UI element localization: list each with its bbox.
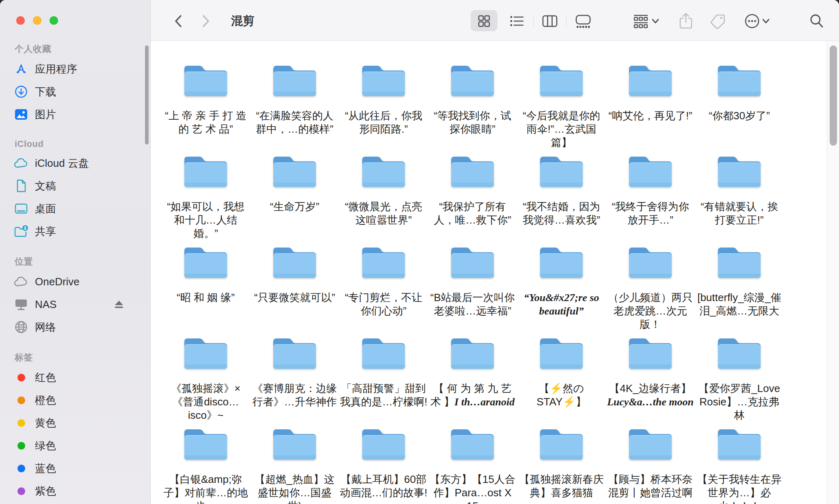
folder-item[interactable]: 【孤独摇滚新春庆典】喜多猫猫 [517,425,606,504]
folder-label: 【戴上耳机】60部动画混…们的故事! [340,473,428,500]
folder-item[interactable]: “B站最后一次叫你老婆啦…远幸福” [428,243,517,334]
sidebar-item[interactable]: iCloud 云盘 [11,152,146,174]
display-icon [14,297,28,312]
sidebar-item[interactable]: 蓝色 [11,457,146,480]
folder-item[interactable]: “只要微笑就可以” [250,243,339,334]
close-button[interactable] [16,16,25,25]
folder-label: “呐艾伦，再见了!” [608,109,692,123]
folder-item[interactable]: “我不结婚，因为我觉得…喜欢我” [517,152,606,243]
sidebar-item[interactable]: 桌面 [11,197,146,220]
folder-item[interactable]: “微微晨光，点亮这喧嚣世界” [339,152,428,243]
folder-label: “微微晨光，点亮这喧嚣世界” [340,200,428,227]
folder-item[interactable]: “上 帝 亲 手 打 造 的 艺 术 品” [161,61,250,152]
group-chevron[interactable] [649,11,662,31]
folder-label: 《赛博朋克：边缘行者》…升华神作 [251,382,339,409]
list-view-button[interactable] [507,11,527,31]
folder-item[interactable]: 「高甜预警」甜到我真的是…柠檬啊! [339,334,428,425]
tag-button[interactable] [708,11,728,31]
eject-button[interactable] [114,300,124,309]
folder-item[interactable]: 【关于我转生在异世界为…】必火！！！ [695,425,784,504]
folder-item[interactable]: “我终于舍得为你放开手…” [606,152,695,243]
folder-item[interactable]: “有错就要认，挨打要立正!” [695,152,784,243]
grid-view-button[interactable] [474,11,494,31]
folder-item[interactable]: 【戴上耳机】60部动画混…们的故事! [339,425,428,504]
folder-item[interactable]: 【超燃_热血】这盛世如你…国盛世) [250,425,339,504]
sidebar-item[interactable]: OneDrive [11,270,146,293]
list-view-icon [509,14,525,28]
gallery-view-button[interactable] [573,11,593,31]
appstore-icon [14,62,28,76]
folder-icon [270,334,319,373]
grid-view-icon [477,14,491,28]
sidebar-item[interactable]: 紫色 [11,480,146,502]
sidebar-item[interactable]: 文稿 [11,174,146,197]
folder-item[interactable]: “昭 和 姻 缘” [161,243,250,334]
forward-button[interactable] [196,11,216,31]
folder-item[interactable]: “You&#x27;re so beautiful” [517,243,606,334]
sidebar-item[interactable]: 黄色 [11,411,146,434]
sidebar-item[interactable]: 红色 [11,366,146,389]
folder-label: “如果可以，我想和十几…人结婚。” [162,200,250,240]
more-button[interactable] [742,11,762,31]
folder-item[interactable]: “在满脸笑容的人群中，…的模样” [250,61,339,152]
column-view-button[interactable] [540,11,560,31]
more-chevron[interactable] [760,11,772,31]
column-view-icon [542,15,558,28]
folder-icon [715,152,763,191]
sidebar-item-label: OneDrive [35,276,80,288]
folder-item[interactable]: “专门剪烂，不让你们心动” [339,243,428,334]
folder-icon [448,152,497,191]
folder-item[interactable]: “从此往后，你我形同陌路.” [339,61,428,152]
sidebar-item[interactable]: 橙色 [11,389,146,411]
sidebar-item-label: 红色 [35,370,56,385]
sidebar-item[interactable]: NAS [11,293,146,316]
folder-icon [359,243,408,282]
folder-icon [448,61,497,100]
folder-item[interactable]: [butterfly_综漫_催泪_高燃…无限大 [695,243,784,334]
sidebar-scrollbar-thumb[interactable] [145,45,149,144]
folder-item[interactable]: （少儿频道）两只老虎爱跳…次元版！ [606,243,695,334]
folder-icon [270,243,319,282]
folder-icon [182,152,230,191]
sidebar-item[interactable]: 应用程序 [11,58,146,80]
folder-item[interactable]: 【白银&amp;弥子】对前辈…的地步。 [161,425,250,504]
folder-label: 【4K_边缘行者】Lucy&a…the moon [607,382,694,409]
minimize-button[interactable] [33,16,41,25]
folder-label: 【⚡然のSTAY⚡】 [518,382,605,409]
zoom-button[interactable] [50,16,58,25]
folder-item[interactable]: 【4K_边缘行者】Lucy&a…the moon [606,334,695,425]
folder-item[interactable]: “今后我就是你的雨伞!”…玄武国篇】 [517,61,606,152]
sidebar-item[interactable]: 图片 [11,103,146,126]
folder-item[interactable]: “你都30岁了” [695,61,784,152]
folder-item[interactable]: 【 何 为 第 九 艺 术 】I th…aranoid [428,334,517,425]
folder-item[interactable]: 【⚡然のSTAY⚡】 [517,334,606,425]
folder-item[interactable]: “我保护了所有人，唯…救下你” [428,152,517,243]
folder-item[interactable]: 【东方】【15人合作】Para…ost X 15 [428,425,517,504]
folder-item[interactable]: 【顾与】桥本环奈混剪丨她曾活过啊 [606,425,695,504]
back-button[interactable] [169,11,188,31]
folder-label: “上 帝 亲 手 打 造 的 艺 术 品” [162,109,250,136]
folder-icon [182,334,230,373]
group-button[interactable] [631,11,651,31]
search-button[interactable] [807,11,826,31]
desktop-icon [14,201,28,216]
folder-item[interactable]: 【爱你罗茜_Love Rosie】…克拉弗林 [695,334,784,425]
sidebar-item-label: 蓝色 [35,461,56,476]
folder-icon [537,152,586,191]
share-button[interactable] [676,11,696,31]
toolbar: 混剪 [151,0,839,41]
sidebar-item[interactable]: 网络 [11,316,146,338]
folder-item[interactable]: 《孤独摇滚》×《普通disco…isco》~ [161,334,250,425]
sidebar-item[interactable]: 绿色 [11,434,146,457]
sidebar-item-label: 桌面 [35,202,56,216]
sidebar-item[interactable]: 共享 [11,220,146,243]
folder-item[interactable]: “等我找到你，试探你眼睛” [428,61,517,152]
scrollbar-thumb[interactable] [830,45,837,146]
folder-icon [715,425,763,464]
sidebar-item[interactable]: 下载 [11,80,146,103]
folder-item[interactable]: 《赛博朋克：边缘行者》…升华神作 [250,334,339,425]
folder-item[interactable]: “生命万岁” [250,152,339,243]
folder-item[interactable]: “呐艾伦，再见了!” [606,61,695,152]
folder-label: （少儿频道）两只老虎爱跳…次元版！ [607,291,694,331]
folder-item[interactable]: “如果可以，我想和十几…人结婚。” [161,152,250,243]
